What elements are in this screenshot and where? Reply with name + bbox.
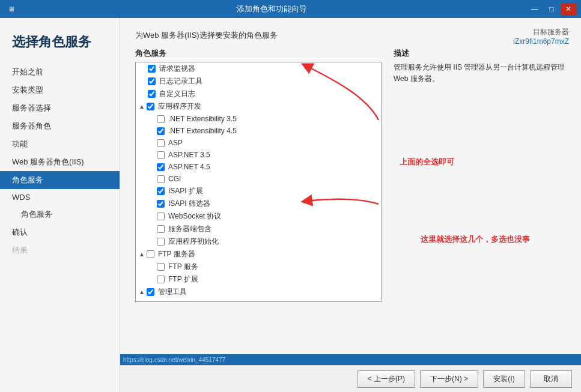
install-button[interactable]: 安装(I)	[483, 370, 525, 388]
close-button[interactable]: ✕	[561, 3, 576, 15]
sidebar-item-install-type[interactable]: 安装类型	[0, 81, 120, 99]
checkbox-mgmt-tools[interactable]	[147, 288, 154, 296]
sidebar-item-wds-role[interactable]: 角色服务	[0, 205, 120, 223]
item-label: 请求监视器	[159, 64, 195, 74]
list-item[interactable]: 请求监视器	[136, 62, 381, 75]
list-item[interactable]: 日志记录工具	[136, 75, 381, 88]
list-item[interactable]: ISAPI 扩展	[136, 185, 381, 198]
sidebar-item-web-server[interactable]: Web 服务器角色(IIS)	[0, 153, 120, 171]
checkbox-isapi-ext[interactable]	[157, 187, 165, 195]
sidebar-item-features[interactable]: 功能	[0, 135, 120, 153]
checkbox-net-ext-35[interactable]	[157, 115, 165, 123]
item-label: FTP 服务	[168, 262, 198, 272]
checkbox-cgi[interactable]	[157, 175, 165, 183]
list-item[interactable]: ASP.NET 4.5	[136, 161, 381, 173]
sidebar-item-confirm[interactable]: 确认	[0, 223, 120, 241]
item-label: ASP.NET 4.5	[168, 163, 210, 171]
list-item[interactable]: FTP 服务	[136, 261, 381, 273]
target-server-label: 目标服务器	[513, 27, 569, 37]
item-label: 应用程序初始化	[168, 237, 219, 247]
content-subtitle: 为Web 服务器(IIS)选择要安装的角色服务	[135, 30, 566, 41]
next-button[interactable]: 下一步(N) >	[420, 370, 478, 388]
bottom-bar: < 上一步(P) 下一步(N) > 安装(I) 取消	[120, 365, 581, 392]
sidebar-item-server-roles[interactable]: 服务器角色	[0, 117, 120, 135]
sidebar-item-role-services[interactable]: 角色服务	[0, 171, 120, 189]
item-label: CGI	[168, 175, 181, 183]
list-item[interactable]: FTP 扩展	[136, 273, 381, 286]
checkbox-custom-log[interactable]	[148, 90, 156, 98]
group-mgmt-tools[interactable]: ▲ 管理工具	[136, 286, 381, 298]
sidebar-item-wds[interactable]: WDS	[0, 189, 120, 205]
target-server-info: 目标服务器 iZxr9fi1m6p7mxZ	[513, 27, 569, 46]
checkbox-isapi-filter[interactable]	[157, 200, 165, 208]
sidebar: 选择角色服务 开始之前 安装类型 服务器选择 服务器角色 功能 Web 服务器角…	[0, 18, 120, 392]
expand-icon: ▲	[139, 103, 145, 110]
app-icon: 🖥	[5, 3, 17, 15]
window-controls: — □ ✕	[527, 3, 576, 15]
group-ftp-server[interactable]: ▲ FTP 服务器	[136, 248, 381, 261]
item-label: 管理工具	[158, 287, 187, 297]
list-item[interactable]: 服务器端包含	[136, 223, 381, 235]
checkbox-logging-tools[interactable]	[148, 77, 156, 85]
item-label: 应用程序开发	[158, 101, 201, 112]
url-text: https://blog.csdn.net/weixin_44517477	[123, 357, 225, 363]
sidebar-item-server-select[interactable]: 服务器选择	[0, 99, 120, 117]
role-list-container[interactable]: 请求监视器 日志记录工具 自定义日志 ▲	[135, 62, 382, 302]
two-col-layout: 角色服务 请求监视器 日志记录工具 自定义日志	[135, 48, 566, 302]
item-label: WebSocket 协议	[168, 211, 221, 222]
checkbox-ftp-service[interactable]	[157, 263, 165, 271]
desc-header: 描述	[394, 48, 566, 59]
list-item[interactable]: CGI	[136, 173, 381, 185]
annotation-1: 上面的全选即可	[400, 157, 454, 166]
role-panel-header: 角色服务	[135, 48, 382, 59]
item-label: 自定义日志	[159, 89, 195, 99]
checkbox-asp-net-45[interactable]	[157, 163, 165, 171]
list-item[interactable]: .NET Extensibility 3.5	[136, 113, 381, 125]
group-app-dev[interactable]: ▲ 应用程序开发	[136, 100, 381, 113]
target-server-name: iZxr9fi1m6p7mxZ	[513, 37, 569, 46]
cancel-button[interactable]: 取消	[530, 370, 572, 388]
checkbox-asp-net-35[interactable]	[157, 151, 165, 159]
role-panel: 角色服务 请求监视器 日志记录工具 自定义日志	[135, 48, 382, 302]
list-item[interactable]: 自定义日志	[136, 88, 381, 100]
main-container: 选择角色服务 开始之前 安装类型 服务器选择 服务器角色 功能 Web 服务器角…	[0, 18, 581, 392]
item-label: 服务器端包含	[168, 224, 211, 234]
url-bar: https://blog.csdn.net/weixin_44517477	[120, 354, 581, 365]
list-item[interactable]: .NET Extensibility 4.5	[136, 125, 381, 137]
item-label: ISAPI 扩展	[168, 186, 203, 196]
item-label: ASP.NET 3.5	[168, 151, 210, 159]
list-item[interactable]: 应用程序初始化	[136, 235, 381, 248]
minimize-button[interactable]: —	[527, 3, 543, 15]
checkbox-ftp-ext[interactable]	[157, 276, 165, 283]
item-label: ISAPI 筛选器	[168, 199, 210, 209]
checkbox-app-dev[interactable]	[147, 103, 154, 110]
item-label: .NET Extensibility 3.5	[168, 115, 237, 123]
item-label: .NET Extensibility 4.5	[168, 127, 237, 135]
checkbox-net-ext-45[interactable]	[157, 127, 165, 135]
list-item[interactable]: ASP.NET 3.5	[136, 149, 381, 161]
expand-icon: ▲	[139, 289, 145, 295]
checkbox-ftp-server[interactable]	[147, 250, 154, 258]
checkbox-websocket[interactable]	[157, 213, 165, 220]
content-area: 目标服务器 iZxr9fi1m6p7mxZ 为Web 服务器(IIS)选择要安装…	[120, 18, 581, 392]
list-item[interactable]: WebSocket 协议	[136, 210, 381, 223]
maximize-button[interactable]: □	[544, 3, 559, 15]
item-label: ASP	[168, 139, 183, 147]
item-label: 日志记录工具	[159, 76, 202, 86]
checkbox-request-monitor[interactable]	[148, 65, 156, 73]
window-title: 添加角色和功能向导	[17, 4, 527, 14]
checkbox-server-side[interactable]	[157, 225, 165, 233]
back-button[interactable]: < 上一步(P)	[357, 370, 415, 388]
list-item[interactable]: ISAPI 筛选器	[136, 198, 381, 210]
sidebar-item-results: 结果	[0, 241, 120, 259]
checkbox-app-init[interactable]	[157, 238, 165, 246]
checkbox-asp[interactable]	[157, 139, 165, 147]
desc-text: 管理服务允许使用 IIS 管理器从另一台计算机远程管理 Web 服务器。	[394, 62, 566, 85]
annotation-2: 这里就选择这几个，多选也没事	[421, 235, 530, 244]
list-item[interactable]: ASP	[136, 137, 381, 149]
item-label: FTP 服务器	[158, 249, 195, 259]
sidebar-header: 选择角色服务	[0, 27, 120, 63]
sidebar-item-start[interactable]: 开始之前	[0, 63, 120, 81]
item-label: FTP 扩展	[168, 274, 198, 285]
expand-icon: ▲	[139, 251, 145, 258]
